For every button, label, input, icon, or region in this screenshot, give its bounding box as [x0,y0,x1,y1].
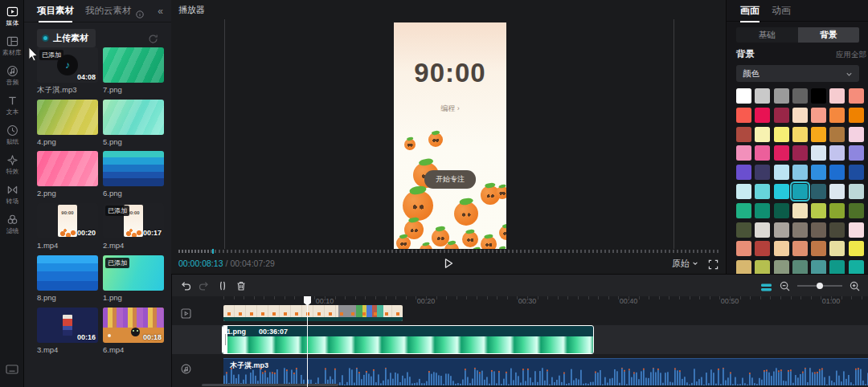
color-swatch-9b9b9b[interactable] [774,88,789,104]
color-swatch-e7dea0[interactable] [829,241,845,256]
color-swatch-2b5f6c[interactable] [811,184,826,199]
nav-item-转场[interactable]: 转场 [0,183,24,207]
color-swatch-df1f60[interactable] [774,145,789,161]
color-swatch-d9e6f2[interactable] [811,145,826,161]
delete-icon[interactable] [235,280,247,291]
color-swatch-499999[interactable] [811,260,826,274]
color-swatch-c8ebf1[interactable] [736,184,751,199]
color-swatch-0f9989[interactable] [829,260,845,274]
color-swatch-f7dcc3[interactable] [792,108,808,123]
color-swatch-f79e8b[interactable] [811,108,826,123]
player-mini-scrubber[interactable] [178,250,719,253]
media-item-6.mp4[interactable]: 00:186.mp4 [103,308,164,354]
media-item-2.mp4[interactable]: 90:00已添加00:172.mp4 [103,203,164,250]
color-swatch-6a4fcf[interactable] [736,165,751,180]
color-swatch-000000[interactable] [811,88,826,104]
undo-icon[interactable] [180,280,191,291]
color-swatch-89997f[interactable] [774,260,789,274]
color-swatch-f4d2e2[interactable] [849,127,864,142]
nav-item-文本[interactable]: 文本 [0,94,24,118]
color-swatch-dcd9d4[interactable] [755,222,770,238]
color-swatch-3d3a66[interactable] [755,165,770,180]
color-swatch-bf7747[interactable] [811,241,826,256]
color-swatch-f1ce9f[interactable] [774,241,789,256]
media-item-7.png[interactable]: 7.png [103,47,164,94]
color-swatch-b7cb4a[interactable] [811,203,826,218]
color-swatch-efe74a[interactable] [849,241,864,256]
color-swatch-f7f2b1[interactable] [755,127,770,142]
color-swatch-f58d7b[interactable] [849,88,864,104]
color-swatch-598977[interactable] [792,260,808,274]
keyboard-shortcuts-icon[interactable] [6,363,18,373]
color-swatch-bdd8d8[interactable] [849,184,864,199]
audio-track-icon[interactable] [181,363,191,373]
color-swatch-83796f[interactable] [792,222,808,238]
nav-item-贴纸[interactable]: 贴纸 [0,124,24,148]
color-swatch-f6ee75[interactable] [774,127,789,142]
color-swatch-f5d867[interactable] [792,127,808,142]
main-video-clip-selected[interactable]: 1.png 00:36:07 [222,325,594,354]
color-swatch-89a72e[interactable] [829,203,845,218]
color-swatch-ad793f[interactable] [829,127,845,142]
playhead[interactable] [307,296,308,387]
color-swatch-26c9dc[interactable] [774,184,789,199]
tab-cloud-assets[interactable]: 我的云素材 [85,5,132,17]
overlay-video-clip[interactable] [223,305,403,321]
subtab-background[interactable]: 背景 [798,27,860,43]
subtab-basic[interactable]: 基础 [736,27,798,43]
color-swatch-494839[interactable] [829,222,845,238]
nav-item-滤镜[interactable]: 滤镜 [0,213,24,237]
color-swatch-b3403b[interactable] [755,241,770,256]
color-swatch-0b5c49[interactable] [774,203,789,218]
media-item-木子淇.mp3[interactable]: ♪已添加04:08木子淇.mp3 [37,47,98,96]
color-swatch-c2c3ee[interactable] [829,145,845,161]
media-item-3.mp4[interactable]: 00:163.mp4 [37,308,98,354]
color-swatch-636363[interactable] [792,88,808,104]
color-swatch-e81253[interactable] [755,108,770,123]
tab-animation[interactable]: 动画 [772,4,791,18]
color-swatch-f1e2bb[interactable] [792,203,808,218]
nav-item-特效[interactable]: 特效 [0,153,24,177]
apply-all-link[interactable]: 应用全部 [836,50,866,60]
media-item-8.png[interactable]: 8.png [37,255,98,302]
split-icon[interactable] [217,280,228,291]
redo-icon[interactable] [199,280,210,291]
media-item-2.png[interactable]: 2.png [37,151,98,198]
color-swatch-bce4f3[interactable] [774,165,789,180]
nav-item-媒体[interactable]: 媒体 [0,5,24,29]
color-swatch-1d6ed1[interactable] [829,165,845,180]
collapse-panel-icon[interactable]: « [158,6,163,17]
color-swatch-6c5f54[interactable] [811,222,826,238]
refresh-icon[interactable] [148,33,158,43]
zoom-in-icon[interactable] [850,280,860,291]
color-swatch-b5bf4f[interactable] [755,260,770,274]
tab-picture[interactable]: 画面 [740,4,760,18]
color-swatch-ec5f9b[interactable] [755,145,770,161]
media-item-1.png[interactable]: 已添加1.png [103,255,164,302]
color-swatch-f6a81a[interactable] [811,127,826,142]
upload-material-button[interactable]: 上传素材 [37,29,96,47]
color-swatch-ffffff[interactable] [736,88,751,104]
color-swatch-8e86df[interactable] [849,145,864,161]
color-swatch-df8f6f[interactable] [792,241,808,256]
color-swatch-2f8edf[interactable] [811,165,826,180]
nav-item-素材库[interactable]: 素材库 [0,35,24,59]
color-swatch-c9c9c9[interactable] [755,88,770,104]
horizontal-scrollbar[interactable] [202,384,338,386]
zoom-out-icon[interactable] [780,280,790,291]
color-swatch-f5883e[interactable] [829,108,845,123]
color-swatch-992647[interactable] [774,108,789,123]
timeline-zoom-slider[interactable] [797,282,842,290]
color-swatch-ae4a3f[interactable] [736,127,751,142]
background-type-dropdown[interactable]: 颜色 [736,65,859,82]
media-item-1.mp4[interactable]: 90:0000:201.mp4 [37,203,98,250]
audio-clip[interactable]: 木子淇.mp3 [223,358,868,385]
color-swatch-a9a39d[interactable] [774,222,789,238]
color-swatch-f7dbe1[interactable] [849,222,864,238]
color-swatch-0f8e71[interactable] [755,203,770,218]
clip-trim-handle[interactable] [223,326,227,353]
color-swatch-dbe7ef[interactable] [829,184,845,199]
color-swatch-d7b76f[interactable] [736,260,751,274]
color-swatch-f95b4f[interactable] [736,108,751,123]
media-item-5.png[interactable]: 5.png [103,100,164,146]
